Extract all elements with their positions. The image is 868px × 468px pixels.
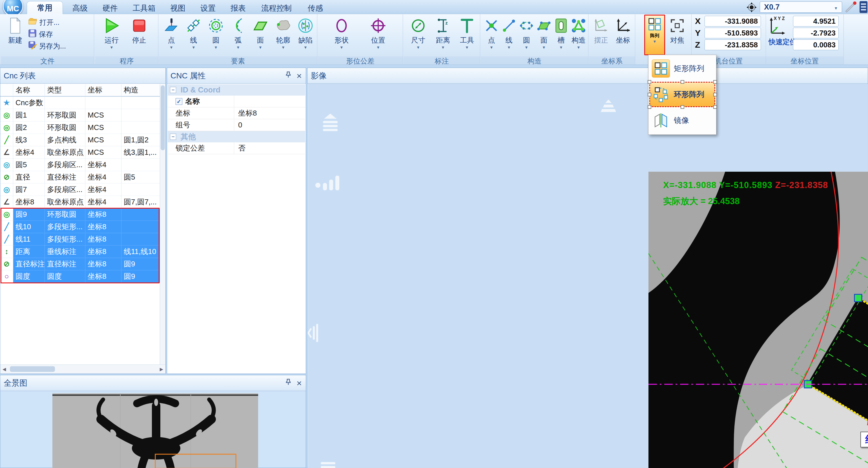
table-row-selected[interactable]: 圆度圆度坐标8圆9 [0,270,160,283]
construct-plane-button[interactable]: 面 [535,16,552,55]
property-group-other[interactable]: −其他 [168,131,305,142]
table-row[interactable]: 坐标4取坐标原点MCS线3,圆1,... [0,146,160,159]
table-row-selected[interactable]: 直径标注直径标注坐标8圆9 [0,258,160,270]
property-value-lock[interactable]: 否 [234,142,305,154]
table-row-selected[interactable]: 线11多段矩形...坐标8 [0,233,160,245]
element-line-button[interactable]: 线 [183,16,204,55]
construct-slot-button[interactable]: 槽 [553,16,569,55]
element-defect-button[interactable]: 缺陷 [296,16,316,55]
tab-chuangan[interactable]: 传感 [302,2,329,14]
gdt-position-button[interactable]: 位置 [364,16,392,55]
gdt-shape-button[interactable]: 形状 [328,16,355,55]
table-row[interactable]: 圆1环形取圆MCS [0,109,160,121]
tab-changyong[interactable]: 常用 [27,1,63,14]
table-row-selected[interactable]: 圆9环形取圆坐标8 [0,208,160,221]
header-construct[interactable]: 构造 [121,84,160,96]
stage-down-icon[interactable] [317,460,339,468]
tab-gaoji[interactable]: 高级 [67,2,93,14]
construct-point-button[interactable]: 点 [483,16,500,55]
coord-pos-field-2[interactable]: -2.7923 [793,28,839,38]
new-button[interactable]: 新建 [3,16,27,55]
stop-button[interactable]: 停止 [126,16,152,55]
menu-item-mirror[interactable]: 镜像 [650,108,715,133]
open-button[interactable]: 打开... [28,17,59,28]
table-row[interactable]: 直径直径标注坐标4圆5 [0,171,160,183]
property-group-id-coord[interactable]: −ID & Coord [168,84,305,95]
scroll-left-icon[interactable]: ◀ [3,367,6,372]
lens-zoom-combobox[interactable]: X0.7 [760,1,842,13]
property-value-groupno[interactable]: 0 [234,119,305,131]
tab-yingjian[interactable]: 硬件 [97,2,123,14]
collapse-icon[interactable]: − [170,134,176,140]
coordinate-button[interactable]: 坐标 [613,16,633,55]
machine-y-field[interactable]: -510.5893 [705,28,761,38]
side-drawer-handle-icon[interactable] [308,321,320,347]
app-logo-text: MC [7,4,19,13]
property-row-name[interactable]: ✓名称 [168,95,305,108]
construct-construct-button[interactable]: 构造 [570,16,587,55]
scroll-right-icon[interactable]: ▶ [160,367,163,372]
array-button[interactable]: 阵列 [644,14,665,55]
property-value-name[interactable] [234,95,305,107]
property-value-coord[interactable]: 坐标8 [234,108,305,119]
table-row[interactable]: 线3多点构线MCS圆1,圆2 [0,134,160,146]
element-profile-button[interactable]: 轮廓 [272,16,294,55]
align-button[interactable]: 摆正 [591,16,612,55]
vertical-scrollbar[interactable] [160,84,165,364]
dim-size-button[interactable]: 尺寸 [406,16,430,55]
machine-z-field[interactable]: -231.8358 [705,39,761,50]
tab-shezhi[interactable]: 设置 [195,2,221,14]
machine-x-field[interactable]: -331.9088 [705,16,761,27]
camera-image[interactable]: X=-331.9088 Y=-510.5893 Z=-231.8358 实际放大… [648,172,868,468]
collapse-icon[interactable]: − [170,87,176,93]
panorama-image[interactable] [53,393,258,468]
stage-up-icon[interactable] [319,113,342,136]
pyramid-stack-icon[interactable] [597,99,620,116]
pin-icon[interactable] [285,379,291,387]
header-name[interactable]: 名称 [13,84,45,96]
element-plane-button[interactable]: 面 [250,16,271,55]
table-row-selected[interactable]: 线10多段矩形...坐标8 [0,221,160,233]
line11-label[interactable]: 线11 [860,432,868,447]
table-row[interactable]: Cnc参数 [0,97,160,109]
tab-liuchengkongzhi[interactable]: 流程控制 [255,2,298,14]
coord-pos-field-1[interactable]: 4.9521 [793,16,839,27]
tab-baobiao[interactable]: 报表 [225,2,251,14]
target-icon[interactable] [746,2,757,14]
property-row-coord[interactable]: 坐标 坐标8 [168,108,305,119]
edge-panel-icon[interactable] [860,1,867,13]
pin-icon[interactable] [285,71,291,80]
element-arc-button[interactable]: 弧 [227,16,249,55]
dim-tool-button[interactable]: 工具 [456,16,478,55]
table-row[interactable]: 圆7多段扇区...坐标4 [0,183,160,196]
focus-button[interactable]: 对焦 [668,16,687,55]
menu-item-rect-array[interactable]: 矩形阵列 [650,56,715,81]
table-row[interactable]: 圆5多段扇区...坐标4 [0,159,160,171]
header-type[interactable]: 类型 [45,84,85,96]
scrollbar-thumb[interactable] [161,85,165,150]
scrollbar-thumb[interactable] [10,366,55,372]
dim-distance-button[interactable]: z 距离 [431,16,455,55]
table-row-selected[interactable]: 距离垂线标注坐标8线11,线10 [0,245,160,258]
coord-pos-field-3[interactable]: 0.0083 [793,39,839,50]
checkbox-checked-icon[interactable]: ✓ [176,98,182,105]
save-button[interactable]: 保存 [28,29,53,39]
construct-circle-button[interactable]: 圆 [518,16,535,55]
run-button[interactable]: 运行 [99,16,125,55]
light-level-icon[interactable] [314,172,342,197]
save-as-button[interactable]: 另存为... [28,40,66,51]
element-point-button[interactable]: 点 [161,16,182,55]
tab-shitu[interactable]: 视图 [165,2,191,14]
probe-pen-icon[interactable] [844,1,857,14]
table-row[interactable]: 圆2环形取圆MCS [0,121,160,134]
property-row-lock-tolerance[interactable]: 锁定公差 否 [168,142,305,154]
element-circle-button[interactable]: 圆 [205,16,226,55]
table-row[interactable]: 坐标8取坐标原点坐标4圆7,圆7,... [0,196,160,208]
tab-gongjuxiang[interactable]: 工具箱 [127,2,161,14]
close-icon[interactable]: × [297,71,302,80]
header-coord[interactable]: 坐标 [85,84,121,96]
construct-line-button[interactable]: 线 [500,16,518,55]
close-icon[interactable]: × [297,379,302,388]
menu-item-circular-array[interactable]: 环形阵列 [650,82,715,107]
property-row-groupno[interactable]: 组号 0 [168,119,305,131]
